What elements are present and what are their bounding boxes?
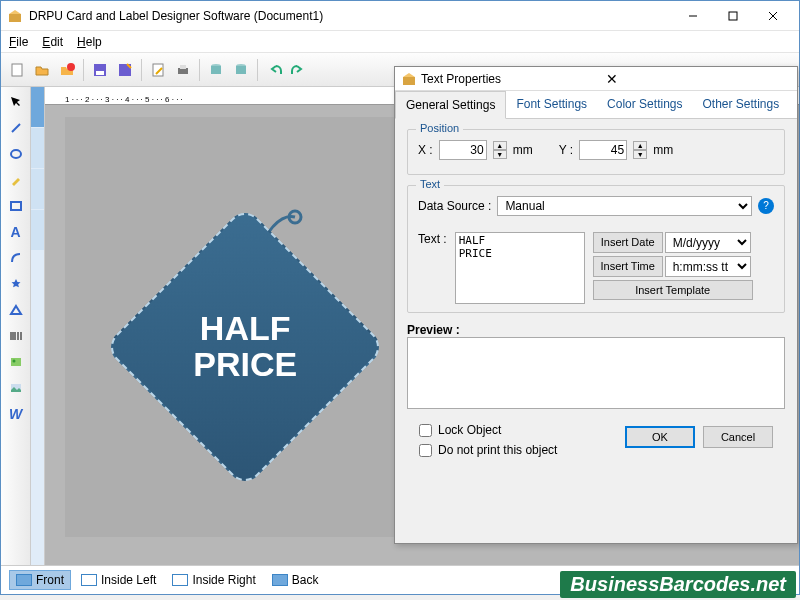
dialog-tabs: General Settings Font Settings Color Set… — [395, 91, 797, 119]
tab-inside-right[interactable]: Inside Right — [166, 571, 261, 589]
barcode-icon[interactable] — [5, 325, 27, 347]
redo-icon[interactable] — [287, 58, 311, 82]
text-icon[interactable]: A — [5, 221, 27, 243]
tools-toolbar: A W — [1, 87, 31, 565]
svg-line-17 — [12, 124, 20, 132]
dialog-title: Text Properties — [421, 72, 602, 86]
x-unit: mm — [513, 143, 533, 157]
pencil-icon[interactable] — [5, 169, 27, 191]
preview-label: Preview : — [407, 323, 460, 337]
app-icon — [7, 8, 23, 24]
svg-rect-29 — [403, 77, 415, 85]
y-input[interactable] — [579, 140, 627, 160]
new-icon[interactable] — [5, 58, 29, 82]
vertical-tab[interactable] — [31, 210, 44, 250]
vertical-tab[interactable] — [31, 128, 44, 168]
dialog-icon — [401, 71, 417, 87]
text-group: Text Data Source : Manual ? Text : HALF … — [407, 185, 785, 313]
x-spinner[interactable]: ▲▼ — [493, 141, 507, 159]
position-group: Position X : ▲▼ mm Y : ▲▼ mm — [407, 129, 785, 175]
save-as-icon[interactable] — [113, 58, 137, 82]
cancel-button[interactable]: Cancel — [703, 426, 773, 448]
svg-rect-14 — [211, 66, 221, 74]
preview-section: Preview : — [407, 323, 785, 409]
y-spinner[interactable]: ▲▼ — [633, 141, 647, 159]
undo-icon[interactable] — [262, 58, 286, 82]
svg-rect-25 — [11, 358, 21, 366]
rect-icon[interactable] — [5, 195, 27, 217]
design-page[interactable]: HALFPRICE — [65, 117, 405, 537]
database2-icon[interactable] — [229, 58, 253, 82]
text-label: Text : — [418, 232, 447, 246]
close-button[interactable] — [753, 2, 793, 30]
wordart-icon[interactable]: W — [5, 403, 27, 425]
label-text: HALFPRICE — [193, 311, 297, 382]
svg-point-18 — [11, 150, 21, 158]
save-icon[interactable] — [88, 58, 112, 82]
x-label: X : — [418, 143, 433, 157]
svg-rect-10 — [153, 64, 163, 76]
tab-font-settings[interactable]: Font Settings — [506, 91, 597, 118]
insert-date-button[interactable]: Insert Date — [593, 232, 663, 253]
no-print-checkbox[interactable] — [419, 444, 432, 457]
menu-help[interactable]: Help — [77, 35, 102, 49]
insert-time-button[interactable]: Insert Time — [593, 256, 663, 277]
database-icon[interactable] — [204, 58, 228, 82]
label-object[interactable]: HALFPRICE — [125, 207, 385, 467]
preview-box — [407, 337, 785, 409]
lock-object-checkbox[interactable] — [419, 424, 432, 437]
svg-point-26 — [12, 360, 15, 363]
window-title: DRPU Card and Label Designer Software (D… — [29, 9, 673, 23]
text-input[interactable]: HALF PRICE — [455, 232, 585, 304]
arc-icon[interactable] — [5, 247, 27, 269]
datasource-select[interactable]: Manual — [497, 196, 752, 216]
svg-rect-0 — [9, 14, 21, 22]
lock-object-label: Lock Object — [438, 423, 501, 437]
vertical-tab[interactable] — [31, 87, 44, 127]
maximize-button[interactable] — [713, 2, 753, 30]
menu-edit[interactable]: Edit — [42, 35, 63, 49]
menubar: File Edit Help — [1, 31, 799, 53]
y-unit: mm — [653, 143, 673, 157]
dialog-close-icon[interactable]: ✕ — [602, 71, 791, 87]
insert-template-button[interactable]: Insert Template — [593, 280, 753, 300]
vertical-tab[interactable] — [31, 169, 44, 209]
edit-icon[interactable] — [146, 58, 170, 82]
open-icon[interactable] — [30, 58, 54, 82]
svg-rect-19 — [11, 202, 21, 210]
time-format-select[interactable]: h:mm:ss tt — [665, 256, 751, 277]
pointer-icon[interactable] — [5, 91, 27, 113]
ok-button[interactable]: OK — [625, 426, 695, 448]
svg-rect-16 — [236, 66, 246, 74]
datasource-label: Data Source : — [418, 199, 491, 213]
image-icon[interactable] — [5, 377, 27, 399]
svg-rect-5 — [12, 64, 22, 76]
svg-point-6 — [67, 63, 75, 71]
y-label: Y : — [559, 143, 573, 157]
dialog-titlebar: Text Properties ✕ — [395, 67, 797, 91]
svg-rect-2 — [729, 12, 737, 20]
no-print-label: Do not print this object — [438, 443, 557, 457]
help-icon[interactable]: ? — [758, 198, 774, 214]
menu-file[interactable]: File — [9, 35, 28, 49]
tab-inside-left[interactable]: Inside Left — [75, 571, 162, 589]
svg-rect-8 — [96, 71, 104, 75]
tab-general-settings[interactable]: General Settings — [395, 91, 506, 119]
tab-front[interactable]: Front — [9, 570, 71, 590]
date-format-select[interactable]: M/d/yyyy — [665, 232, 751, 253]
text-properties-dialog: Text Properties ✕ General Settings Font … — [394, 66, 798, 544]
watermark: BusinessBarcodes.net — [560, 571, 796, 598]
tab-color-settings[interactable]: Color Settings — [597, 91, 692, 118]
star-icon[interactable] — [5, 273, 27, 295]
picture-icon[interactable] — [5, 351, 27, 373]
x-input[interactable] — [439, 140, 487, 160]
minimize-button[interactable] — [673, 2, 713, 30]
ellipse-icon[interactable] — [5, 143, 27, 165]
tab-back[interactable]: Back — [266, 571, 325, 589]
svg-rect-12 — [180, 65, 186, 69]
line-icon[interactable] — [5, 117, 27, 139]
close-file-icon[interactable] — [55, 58, 79, 82]
print-icon[interactable] — [171, 58, 195, 82]
tab-other-settings[interactable]: Other Settings — [692, 91, 789, 118]
triangle-icon[interactable] — [5, 299, 27, 321]
